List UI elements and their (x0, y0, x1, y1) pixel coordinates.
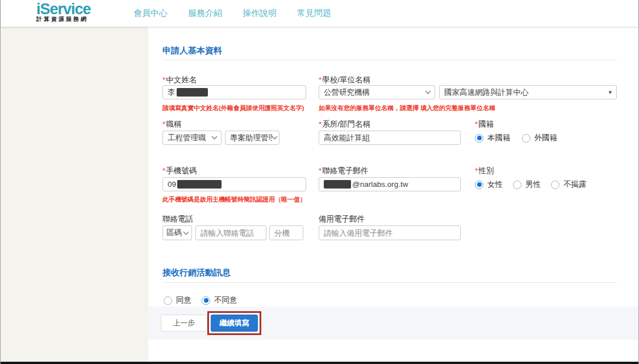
radio-agree[interactable]: 同意 (164, 295, 191, 306)
contact-email-input[interactable]: @narlabs.org.tw (319, 177, 461, 191)
gender-radio-group: 女性 男性 不揭露 (475, 179, 587, 190)
main-nav: 會員中心 服務介紹 操作說明 常見問題 (133, 0, 331, 27)
contact-phone-input[interactable] (195, 225, 266, 240)
unit-helper: 如果沒有您的服務單位名稱，請選擇 填入您的完整服務單位名稱 (319, 104, 495, 112)
department-input[interactable]: 高效能計算組 (319, 131, 461, 145)
job-title-value: 專案助理管理 (230, 133, 272, 143)
nav-member-center[interactable]: 會員中心 (133, 8, 168, 19)
department-value: 高效能計算組 (324, 133, 370, 143)
chinese-name-input[interactable]: 李 (162, 85, 306, 99)
backup-email-input[interactable] (319, 225, 461, 240)
area-code-value: 區碼 (166, 228, 182, 238)
job-title-select[interactable]: 專案助理管理 (225, 131, 279, 145)
section-title-basic-info: 申請人基本資料 (162, 45, 222, 56)
marketing-radio-group: 同意 不同意 (164, 295, 237, 306)
back-button[interactable]: 上一步 (161, 315, 207, 332)
mobile-helper: 此手機號碼是啟用主機帳號時簡訊認證用（唯一值） (162, 195, 306, 204)
caret-down-icon: ▾ (608, 89, 612, 96)
radio-female[interactable]: 女性 (475, 179, 503, 190)
chinese-name-helper: 請填寫真實中文姓名(外籍會員請使用護照英文名字) (162, 104, 304, 112)
radio-disagree[interactable]: 不同意 (202, 295, 237, 306)
job-category-value: 工程管理職 (168, 133, 206, 143)
required-asterisk: * (162, 120, 165, 128)
section-title-marketing: 接收行銷活動訊息 (162, 267, 231, 278)
job-category-select[interactable]: 工程管理職 (162, 131, 222, 145)
redaction-block (177, 88, 208, 97)
label-job-title: *職稱 (162, 119, 181, 129)
browser-viewport: iService 計算資源服務網 會員中心 服務介紹 操作說明 常見問題 申請人… (0, 0, 639, 364)
divider (162, 282, 617, 283)
required-asterisk: * (475, 120, 478, 128)
radio-male[interactable]: 男性 (513, 179, 541, 190)
unit-name-combobox[interactable]: 國家高速網路與計算中心 ▾ (439, 85, 617, 99)
label-department: *系所/部門名稱 (319, 119, 370, 129)
label-chinese-name: *中文姓名 (162, 75, 197, 85)
required-asterisk: * (475, 166, 478, 175)
site-header: iService 計算資源服務網 會員中心 服務介紹 操作說明 常見問題 (1, 0, 638, 27)
nav-faq[interactable]: 常見問題 (297, 8, 331, 19)
radio-foreign[interactable]: 外國籍 (522, 133, 558, 143)
extension-input[interactable] (269, 225, 303, 240)
unit-name-value: 國家高速網路與計算中心 (444, 87, 529, 98)
nav-service-intro[interactable]: 服務介紹 (188, 8, 222, 19)
required-asterisk: * (319, 120, 321, 128)
continue-button[interactable]: 繼續填寫 (211, 315, 258, 332)
radio-icon (202, 296, 210, 305)
mobile-input[interactable]: 09 (162, 177, 306, 191)
label-gender: *性別 (475, 166, 494, 176)
chinese-name-value: 李 (168, 87, 176, 98)
required-asterisk: * (319, 166, 321, 175)
nationality-radio-group: 本國籍 外國籍 (475, 133, 557, 143)
iservice-logo[interactable]: iService 計算資源服務網 (36, 1, 91, 23)
form-card: 申請人基本資料 *中文姓名 *學校/單位名稱 李 公營研究機構 國家高速網路與計… (148, 27, 638, 364)
label-mobile: *手機號碼 (162, 166, 197, 176)
required-asterisk: * (162, 76, 165, 84)
logo-title: iService (36, 1, 91, 17)
radio-icon (551, 181, 559, 189)
radio-icon (475, 181, 483, 189)
label-nationality: *國籍 (475, 119, 494, 129)
radio-undisclosed[interactable]: 不揭露 (551, 179, 587, 190)
redaction-block (324, 180, 351, 189)
chevron-down-icon (183, 229, 189, 235)
chevron-down-icon (425, 89, 431, 94)
label-school-unit: *學校/單位名稱 (319, 75, 370, 85)
chevron-down-icon (272, 134, 278, 140)
area-code-select[interactable]: 區碼 (162, 225, 192, 240)
radio-icon (164, 296, 172, 305)
radio-domestic[interactable]: 本國籍 (475, 133, 511, 143)
required-asterisk: * (319, 76, 321, 84)
mobile-value: 09 (168, 180, 176, 189)
required-asterisk: * (162, 166, 165, 175)
redaction-block (177, 180, 222, 189)
window-bottom-edge (1, 362, 638, 364)
nav-instructions[interactable]: 操作說明 (243, 8, 277, 19)
label-backup-email: 備用電子郵件 (319, 214, 365, 224)
label-contact-phone: 聯絡電話 (162, 214, 193, 224)
divider (162, 60, 617, 60)
radio-icon (475, 134, 483, 143)
radio-icon (513, 181, 521, 189)
chevron-down-icon (212, 134, 218, 140)
label-contact-email: *聯絡電子郵件 (319, 166, 368, 176)
contact-email-value: @narlabs.org.tw (352, 180, 408, 189)
unit-category-value: 公營研究機構 (324, 87, 370, 98)
unit-category-select[interactable]: 公營研究機構 (319, 85, 435, 99)
radio-icon (522, 134, 531, 143)
logo-subtitle: 計算資源服務網 (36, 15, 91, 23)
